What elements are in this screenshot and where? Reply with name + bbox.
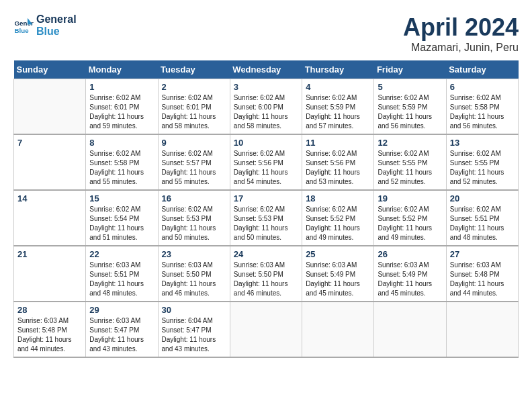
- day-number: 26: [378, 249, 442, 259]
- weekday-header-monday: Monday: [86, 60, 158, 79]
- month-title: April 2024: [403, 13, 519, 42]
- calendar-cell: 6Sunrise: 6:02 AM Sunset: 5:58 PM Daylig…: [446, 79, 518, 135]
- day-number: 18: [306, 193, 370, 203]
- calendar-cell: 8Sunrise: 6:02 AM Sunset: 5:58 PM Daylig…: [86, 134, 158, 190]
- calendar-cell: [14, 79, 86, 135]
- weekday-header-wednesday: Wednesday: [230, 60, 302, 79]
- calendar-cell: 29Sunrise: 6:03 AM Sunset: 5:47 PM Dayli…: [86, 302, 158, 357]
- header: General Blue General Blue April 2024 Maz…: [13, 13, 519, 54]
- day-info: Sunrise: 6:02 AM Sunset: 5:56 PM Dayligh…: [234, 149, 298, 187]
- day-info: Sunrise: 6:02 AM Sunset: 6:01 PM Dayligh…: [89, 93, 154, 131]
- day-info: Sunrise: 6:04 AM Sunset: 5:47 PM Dayligh…: [162, 316, 226, 354]
- day-number: 15: [89, 193, 154, 203]
- day-number: 29: [89, 305, 154, 315]
- weekday-header-thursday: Thursday: [302, 60, 374, 79]
- day-number: 14: [17, 193, 82, 203]
- day-number: 16: [162, 193, 226, 203]
- calendar-cell: 17Sunrise: 6:02 AM Sunset: 5:53 PM Dayli…: [230, 190, 302, 246]
- day-number: 12: [378, 138, 442, 148]
- day-info: Sunrise: 6:03 AM Sunset: 5:49 PM Dayligh…: [378, 261, 442, 298]
- day-number: 9: [162, 138, 226, 148]
- calendar-header-row: SundayMondayTuesdayWednesdayThursdayFrid…: [14, 60, 519, 79]
- day-info: Sunrise: 6:02 AM Sunset: 5:55 PM Dayligh…: [378, 149, 442, 187]
- calendar-body: 1Sunrise: 6:02 AM Sunset: 6:01 PM Daylig…: [14, 79, 519, 358]
- day-number: 22: [89, 249, 154, 259]
- calendar-cell: 4Sunrise: 6:02 AM Sunset: 5:59 PM Daylig…: [302, 79, 374, 135]
- calendar-cell: 14: [14, 190, 86, 246]
- calendar-cell: 26Sunrise: 6:03 AM Sunset: 5:49 PM Dayli…: [374, 246, 446, 302]
- day-info: Sunrise: 6:03 AM Sunset: 5:48 PM Dayligh…: [17, 316, 82, 354]
- calendar-cell: [374, 302, 446, 357]
- calendar-cell: 5Sunrise: 6:02 AM Sunset: 5:59 PM Daylig…: [374, 79, 446, 135]
- calendar-cell: 18Sunrise: 6:02 AM Sunset: 5:52 PM Dayli…: [302, 190, 374, 246]
- calendar-cell: 10Sunrise: 6:02 AM Sunset: 5:56 PM Dayli…: [230, 134, 302, 190]
- calendar-cell: 13Sunrise: 6:02 AM Sunset: 5:55 PM Dayli…: [446, 134, 518, 190]
- day-info: Sunrise: 6:02 AM Sunset: 5:54 PM Dayligh…: [89, 205, 154, 242]
- day-number: 1: [89, 82, 154, 92]
- day-number: 6: [450, 82, 515, 92]
- calendar-cell: 21: [14, 246, 86, 302]
- day-info: Sunrise: 6:02 AM Sunset: 5:58 PM Dayligh…: [450, 93, 515, 131]
- day-info: Sunrise: 6:03 AM Sunset: 5:49 PM Dayligh…: [306, 261, 370, 298]
- weekday-header-friday: Friday: [374, 60, 446, 79]
- calendar-cell: 11Sunrise: 6:02 AM Sunset: 5:56 PM Dayli…: [302, 134, 374, 190]
- day-number: 19: [378, 193, 442, 203]
- day-info: Sunrise: 6:02 AM Sunset: 5:53 PM Dayligh…: [234, 205, 298, 242]
- day-info: Sunrise: 6:03 AM Sunset: 5:50 PM Dayligh…: [162, 261, 226, 298]
- day-number: 17: [234, 193, 298, 203]
- svg-text:Blue: Blue: [15, 27, 30, 34]
- day-number: 30: [162, 305, 226, 315]
- calendar-week-row: 1415Sunrise: 6:02 AM Sunset: 5:54 PM Day…: [14, 190, 519, 246]
- day-number: 8: [89, 138, 154, 148]
- day-info: Sunrise: 6:02 AM Sunset: 5:59 PM Dayligh…: [378, 93, 442, 131]
- calendar-cell: 24Sunrise: 6:03 AM Sunset: 5:50 PM Dayli…: [230, 246, 302, 302]
- calendar-cell: 25Sunrise: 6:03 AM Sunset: 5:49 PM Dayli…: [302, 246, 374, 302]
- day-info: Sunrise: 6:02 AM Sunset: 5:58 PM Dayligh…: [89, 149, 154, 187]
- logo-icon: General Blue: [13, 15, 34, 36]
- day-number: 4: [306, 82, 370, 92]
- logo: General Blue General Blue: [13, 13, 77, 38]
- day-info: Sunrise: 6:02 AM Sunset: 6:00 PM Dayligh…: [234, 93, 298, 131]
- calendar-week-row: 28Sunrise: 6:03 AM Sunset: 5:48 PM Dayli…: [14, 302, 519, 357]
- day-number: 28: [17, 305, 82, 315]
- day-info: Sunrise: 6:02 AM Sunset: 5:55 PM Dayligh…: [450, 149, 515, 187]
- day-number: 23: [162, 249, 226, 259]
- weekday-header-sunday: Sunday: [14, 60, 86, 79]
- calendar-cell: 9Sunrise: 6:02 AM Sunset: 5:57 PM Daylig…: [158, 134, 230, 190]
- day-info: Sunrise: 6:02 AM Sunset: 5:53 PM Dayligh…: [162, 205, 226, 242]
- day-number: 3: [234, 82, 298, 92]
- day-number: 11: [306, 138, 370, 148]
- day-number: 13: [450, 138, 515, 148]
- calendar-cell: 22Sunrise: 6:03 AM Sunset: 5:51 PM Dayli…: [86, 246, 158, 302]
- calendar-cell: 20Sunrise: 6:02 AM Sunset: 5:51 PM Dayli…: [446, 190, 518, 246]
- day-number: 24: [234, 249, 298, 259]
- calendar-cell: 23Sunrise: 6:03 AM Sunset: 5:50 PM Dayli…: [158, 246, 230, 302]
- day-info: Sunrise: 6:02 AM Sunset: 5:51 PM Dayligh…: [450, 205, 515, 242]
- day-info: Sunrise: 6:02 AM Sunset: 5:59 PM Dayligh…: [306, 93, 370, 131]
- day-info: Sunrise: 6:03 AM Sunset: 5:50 PM Dayligh…: [234, 261, 298, 298]
- calendar-cell: 30Sunrise: 6:04 AM Sunset: 5:47 PM Dayli…: [158, 302, 230, 357]
- day-info: Sunrise: 6:02 AM Sunset: 5:56 PM Dayligh…: [306, 149, 370, 187]
- calendar-cell: 28Sunrise: 6:03 AM Sunset: 5:48 PM Dayli…: [14, 302, 86, 357]
- day-number: 25: [306, 249, 370, 259]
- calendar-cell: 1Sunrise: 6:02 AM Sunset: 6:01 PM Daylig…: [86, 79, 158, 135]
- day-info: Sunrise: 6:02 AM Sunset: 5:52 PM Dayligh…: [306, 205, 370, 242]
- calendar-cell: 15Sunrise: 6:02 AM Sunset: 5:54 PM Dayli…: [86, 190, 158, 246]
- calendar-cell: 2Sunrise: 6:02 AM Sunset: 6:01 PM Daylig…: [158, 79, 230, 135]
- calendar-cell: 12Sunrise: 6:02 AM Sunset: 5:55 PM Dayli…: [374, 134, 446, 190]
- day-info: Sunrise: 6:02 AM Sunset: 5:57 PM Dayligh…: [162, 149, 226, 187]
- calendar-cell: 7: [14, 134, 86, 190]
- calendar-cell: [446, 302, 518, 357]
- day-number: 21: [17, 249, 82, 259]
- calendar-week-row: 2122Sunrise: 6:03 AM Sunset: 5:51 PM Day…: [14, 246, 519, 302]
- calendar-cell: [230, 302, 302, 357]
- logo-text-blue: Blue: [36, 26, 77, 38]
- day-number: 2: [162, 82, 226, 92]
- day-number: 20: [450, 193, 515, 203]
- weekday-header-saturday: Saturday: [446, 60, 518, 79]
- day-info: Sunrise: 6:02 AM Sunset: 6:01 PM Dayligh…: [162, 93, 226, 131]
- calendar-table: SundayMondayTuesdayWednesdayThursdayFrid…: [13, 60, 519, 358]
- calendar-week-row: 1Sunrise: 6:02 AM Sunset: 6:01 PM Daylig…: [14, 79, 519, 135]
- calendar-week-row: 78Sunrise: 6:02 AM Sunset: 5:58 PM Dayli…: [14, 134, 519, 190]
- day-number: 10: [234, 138, 298, 148]
